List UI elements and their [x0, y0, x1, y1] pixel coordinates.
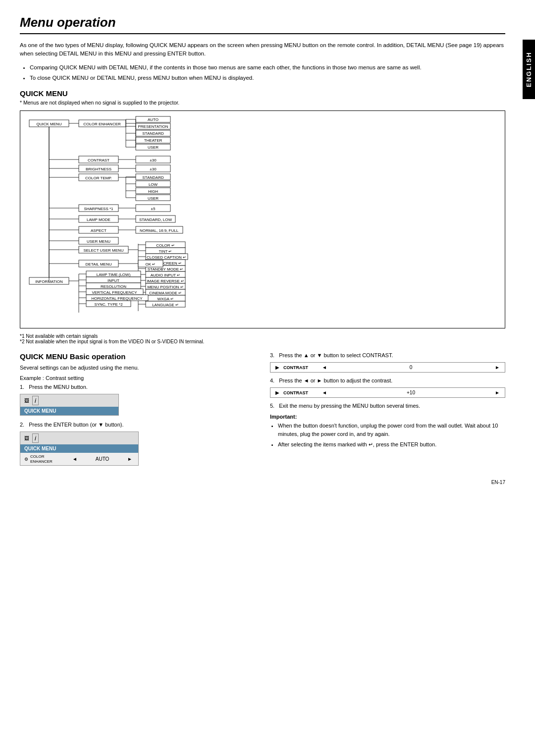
svg-text:ASPECT: ASPECT [91, 228, 107, 233]
contrast-bar2-arrow-inner-left: ◄ [322, 390, 327, 395]
important-list: When the button doesn't function, unplug… [278, 422, 505, 449]
settings-icon: ⚙ [24, 457, 28, 462]
color-enhancer-row-label: ⚙ COLORENHANCER [24, 454, 70, 464]
ui-mock-2: 🖼 i QUICK MENU ⚙ COLORENHANCER ◄ AUTO ► [20, 432, 139, 466]
page-number: EN-17 [20, 480, 505, 485]
svg-text:AUTO: AUTO [148, 117, 159, 122]
svg-text:COLOR ENHANCER: COLOR ENHANCER [83, 122, 121, 126]
ui-mock-1: 🖼 i QUICK MENU [20, 394, 119, 416]
svg-text:±30: ±30 [150, 167, 157, 171]
basic-op-desc2: Example : Contrast setting [20, 374, 255, 382]
step-2: 2. Press the ENTER button (or ▼ button). [20, 422, 255, 428]
menu-diagram: QUICK MENU COLOR ENHANCER AUTO PRESENTAT… [20, 110, 505, 328]
svg-text:SYNC. TYPE *2: SYNC. TYPE *2 [94, 302, 123, 307]
step-4-text: Press the ◄ or ► button to adjust the co… [279, 378, 392, 383]
svg-text:INPUT: INPUT [107, 278, 119, 283]
svg-text:VERTICAL FREQUENCY: VERTICAL FREQUENCY [92, 290, 137, 295]
svg-text:MENU POSITION ↵: MENU POSITION ↵ [147, 285, 183, 289]
svg-text:STANDARD, LOW: STANDARD, LOW [139, 217, 172, 222]
step-1-text: Press the MENU button. [29, 384, 88, 390]
svg-text:STANDBY MODE ↵: STANDBY MODE ↵ [148, 267, 184, 271]
contrast-bar1-arrow-left: ▶ [275, 365, 279, 370]
contrast-bar2-value: +10 [331, 390, 491, 395]
left-arrow: ◄ [72, 456, 77, 462]
ui-mock-2-header: 🖼 i [20, 432, 138, 444]
svg-text:COLOR ↵: COLOR ↵ [156, 243, 175, 248]
svg-text:HIGH: HIGH [148, 189, 158, 194]
svg-text:SELECT USER MENU: SELECT USER MENU [83, 248, 123, 253]
basic-op-desc1: Several settings can be adjusted using t… [20, 364, 255, 372]
svg-text:BRIGHTNESS: BRIGHTNESS [86, 167, 111, 171]
svg-text:LAMP MODE: LAMP MODE [87, 217, 110, 222]
footnote-2: *2 Not available when the input signal i… [20, 339, 505, 344]
svg-text:CLOSED CAPTION ↵: CLOSED CAPTION ↵ [147, 255, 186, 260]
svg-text:IMAGE REVERSE ↵: IMAGE REVERSE ↵ [147, 279, 184, 283]
quick-menu-title: QUICK MENU [20, 89, 505, 98]
svg-text:USER: USER [148, 145, 159, 150]
step-4: 4. Press the ◄ or ► button to adjust the… [270, 378, 505, 383]
svg-text:WXGA ↵: WXGA ↵ [157, 297, 173, 301]
important-title: Important: [270, 414, 505, 420]
svg-text:LOW: LOW [149, 182, 158, 187]
svg-text:PRESENTATION: PRESENTATION [138, 124, 168, 129]
step-5: 5. Exit the menu by pressing the MENU bu… [270, 403, 505, 409]
svg-text:COLOR TEMP.: COLOR TEMP. [85, 176, 112, 180]
svg-text:CINEMA MODE ↵: CINEMA MODE ↵ [149, 291, 182, 295]
menu-diagram-svg: QUICK MENU COLOR ENHANCER AUTO PRESENTAT… [24, 115, 500, 323]
intro-bullets: Comparing QUICK MENU with DETAIL MENU, i… [30, 63, 505, 83]
svg-text:LANGUAGE ↵: LANGUAGE ↵ [152, 303, 179, 307]
left-column: QUICK MENU Basic operation Several setti… [20, 352, 255, 470]
svg-text:CONTRAST: CONTRAST [88, 158, 109, 162]
quick-menu-subtext: * Menus are not displayed when no signal… [20, 100, 505, 106]
info-icon: i [32, 396, 39, 405]
ui-mock-1-header: 🖼 i [20, 394, 118, 407]
contrast-bar2-arrow-left: ▶ [275, 390, 279, 395]
english-side-label: ENGLISH [523, 40, 535, 99]
svg-text:STANDARD: STANDARD [142, 175, 164, 180]
intro-bullet-2: To close QUICK MENU or DETAIL MENU, pres… [30, 74, 505, 82]
important-bullet-1: When the button doesn't function, unplug… [278, 422, 505, 438]
step-2-text: Press the ENTER button (or ▼ button). [29, 422, 123, 428]
intro-paragraph: As one of the two types of MENU display,… [20, 41, 505, 58]
contrast-bar1-arrow-inner-left: ◄ [322, 365, 327, 370]
basic-op-title: QUICK MENU Basic operation [20, 352, 255, 361]
svg-text:LAMP TIME (LOW): LAMP TIME (LOW) [97, 272, 131, 277]
right-column: 3. Press the ▲ or ▼ button to select CON… [270, 352, 505, 470]
projector-icon: 🖼 [24, 398, 29, 403]
contrast-bar2-arrow-inner-right: ► [495, 390, 500, 395]
contrast-bar-2: ▶ CONTRAST ◄ +10 ► [270, 387, 505, 398]
step-5-text: Exit the menu by pressing the MENU butto… [279, 403, 420, 409]
svg-text:SHARPNESS *1: SHARPNESS *1 [84, 207, 113, 211]
footnotes: *1 Not available with certain signals *2… [20, 333, 505, 344]
projector-icon-2: 🖼 [24, 435, 29, 441]
contrast-bar1-arrow-inner-right: ► [495, 365, 500, 370]
svg-text:RESOLUTION: RESOLUTION [101, 284, 126, 289]
step-3: 3. Press the ▲ or ▼ button to select CON… [270, 352, 505, 358]
right-arrow: ► [127, 456, 132, 462]
ui-mock-2-title: QUICK MENU [20, 444, 138, 453]
important-bullet-2: After selecting the items marked with ↵,… [278, 440, 505, 449]
svg-text:NORMAL, 16:9, FULL: NORMAL, 16:9, FULL [140, 228, 179, 233]
svg-text:±30: ±30 [150, 158, 157, 162]
info-icon-2: i [32, 433, 39, 443]
step-1: 1. Press the MENU button. [20, 384, 255, 390]
ui-mock-1-title: QUICK MENU [20, 407, 118, 415]
svg-text:THEATER: THEATER [144, 138, 162, 143]
svg-text:HORIZONTAL FREQUENCY: HORIZONTAL FREQUENCY [91, 296, 143, 301]
svg-text:DETAIL MENU: DETAIL MENU [86, 262, 112, 267]
contrast-bar1-value: 0 [331, 365, 491, 370]
svg-text:AUDIO INPUT ↵: AUDIO INPUT ↵ [151, 273, 181, 277]
svg-text:STANDARD: STANDARD [142, 131, 164, 136]
svg-text:USER: USER [148, 196, 159, 201]
contrast-bar-1: ▶ CONTRAST ◄ 0 ► [270, 362, 505, 373]
important-section: Important: When the button doesn't funct… [270, 414, 505, 449]
svg-text:TINT ↵: TINT ↵ [159, 249, 172, 254]
svg-text:USER MENU: USER MENU [87, 239, 110, 244]
svg-text:QUICK MENU: QUICK MENU [36, 122, 61, 126]
contrast-bar2-label: CONTRAST [283, 390, 318, 395]
step-3-text: Press the ▲ or ▼ button to select CONTRA… [279, 352, 393, 358]
ce-value: AUTO [79, 456, 125, 462]
ui-mock-2-row: ⚙ COLORENHANCER ◄ AUTO ► [20, 453, 138, 465]
svg-text:±5: ±5 [151, 207, 156, 211]
footnote-1: *1 Not available with certain signals [20, 333, 505, 339]
